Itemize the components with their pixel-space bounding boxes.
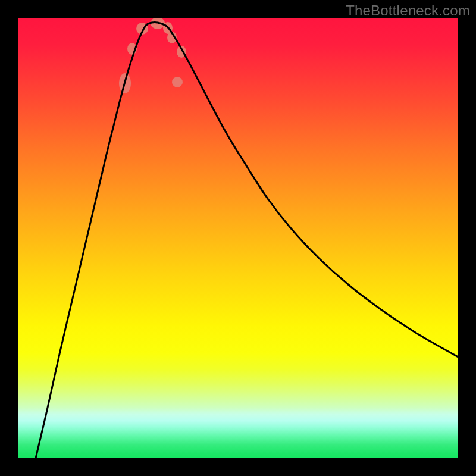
bottleneck-curve <box>36 22 458 458</box>
frame: TheBottleneck.com <box>0 0 476 476</box>
marker-group <box>119 18 186 93</box>
watermark-text: TheBottleneck.com <box>346 2 470 19</box>
plot-area <box>18 18 458 458</box>
data-marker <box>172 77 183 87</box>
chart-svg <box>18 18 458 458</box>
